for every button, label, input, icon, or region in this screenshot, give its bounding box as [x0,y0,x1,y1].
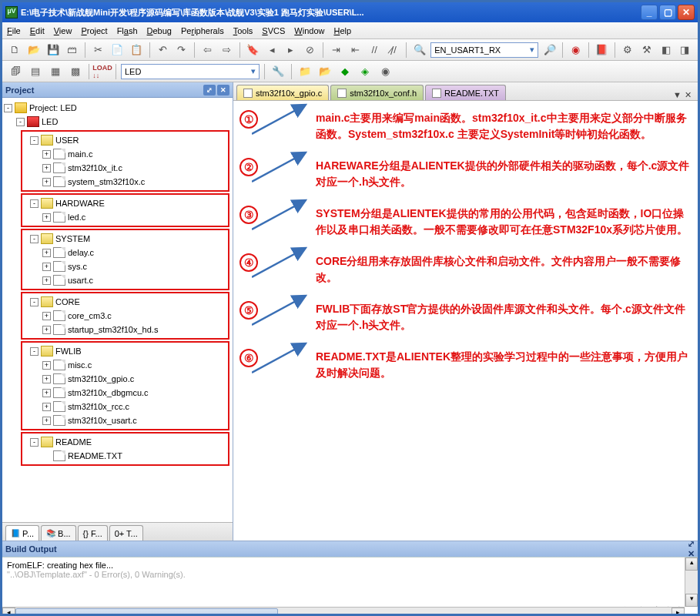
tab-books[interactable]: 📚 B... [41,525,76,541]
paste-button[interactable]: 📋 [129,42,145,59]
tab-gpio[interactable]: stm32f10x_gpio.c [236,85,329,100]
bookmark-prev-button[interactable]: ◂ [264,42,280,59]
tree-group[interactable]: -CORE [22,295,228,309]
manage-button4[interactable]: ◈ [357,63,373,80]
annotation-text: HAREWARE分组是ALIENTEK提供的外部硬件相关的驱动函数，每个.c源文… [316,158,692,190]
config-button2[interactable]: ⚒ [638,42,655,59]
save-button[interactable]: 💾 [45,42,62,59]
panel-close-icon[interactable]: ✕ [217,85,229,95]
tree-file[interactable]: +led.c [22,210,228,224]
hscrollbar[interactable]: ◂▸ [2,607,685,616]
tab-conf[interactable]: stm32f10x_conf.h [330,85,424,100]
tab-menu-icon[interactable]: ▼ [673,90,682,100]
close-button[interactable]: ✕ [678,5,695,20]
tree-file[interactable]: +stm32f10x_gpio.c [22,372,228,386]
annotation-text: CORE分组用来存放固件库核心文件和启动文件。文件内容用户一般不需要修改。 [316,253,692,286]
tree-file[interactable]: +main.c [22,147,228,161]
tree-group[interactable]: -SYSTEM [22,232,228,246]
tree-file[interactable]: +stm32f10x_rcc.c [22,400,228,413]
config-button1[interactable]: ⚙ [619,42,635,59]
tree-group[interactable]: -USER [22,133,228,147]
tab-close-icon[interactable]: ✕ [685,90,692,100]
download-button[interactable]: LOAD↓↓ [94,63,111,80]
tree-file[interactable]: +usart.c [22,273,228,287]
menu-svcs[interactable]: SVCS [262,26,285,35]
manage-button3[interactable]: ◆ [337,63,353,80]
target-combo[interactable]: LED▾ [121,64,260,79]
manage-button5[interactable]: ◉ [377,63,394,80]
open-button[interactable]: 📂 [26,42,42,59]
bookmark-next-button[interactable]: ▸ [283,42,300,59]
uncomment-button[interactable]: /̷/ [386,42,402,59]
tree-file[interactable]: +delay.c [22,246,228,259]
find-go-button[interactable]: 🔎 [541,42,558,59]
menu-edit[interactable]: Edit [30,26,45,35]
tree-root[interactable]: -Project: LED [4,101,231,115]
build-button[interactable]: ▤ [27,63,44,80]
annotation: ⑤ FWLIB下面存放ST官方提供的外设固件库源文件和头文件。每个.c源文件文件… [239,301,692,333]
indent-button[interactable]: ⇥ [328,42,344,59]
menu-help[interactable]: Help [333,26,351,35]
annotation: ④ CORE分组用来存放固件库核心文件和启动文件。文件内容用户一般不需要修改。 [239,253,692,286]
menu-view[interactable]: View [54,26,72,35]
manage-button1[interactable]: 📁 [296,63,313,80]
undo-button[interactable]: ↶ [155,42,171,59]
tree-file[interactable]: +startup_stm32f10x_hd.s [22,323,228,336]
minimize-button[interactable]: _ [641,5,658,20]
tab-readme[interactable]: README.TXT [425,85,506,100]
vscrollbar[interactable]: ▴▾ [685,557,698,607]
build-output-text[interactable]: FromELF: creating hex file... "..\OBJ\Te… [2,557,698,616]
comment-button[interactable]: // [367,42,383,59]
build-output-header: Build Output ⤢ ✕ [2,541,698,557]
rebuild-button[interactable]: ▦ [47,63,64,80]
help-button[interactable]: 📕 [594,42,610,59]
bookmark-clear-button[interactable]: ⊘ [302,42,318,59]
config-button3[interactable]: ◧ [658,42,674,59]
cut-button[interactable]: ✂ [90,42,106,59]
menu-peripherals[interactable]: Peripherals [181,26,224,35]
menu-debug[interactable]: Debug [147,26,172,35]
menu-tools[interactable]: Tools [233,26,253,35]
config-button4[interactable]: ◨ [677,42,693,59]
toolbar-build: 🗐 ▤ ▦ ▩ LOAD↓↓ LED▾ 🔧 📁 📂 ◆ ◈ ◉ [2,61,698,82]
new-button[interactable]: 🗋 [7,42,23,59]
nav-fwd-button[interactable]: ⇨ [219,42,235,59]
tab-functions[interactable]: {} F... [78,525,108,541]
tree-group[interactable]: -FWLIB [22,344,228,358]
outdent-button[interactable]: ⇤ [347,42,363,59]
options-button[interactable]: 🔧 [270,63,286,80]
tree-file[interactable]: +sys.c [22,259,228,273]
find-combo[interactable]: EN_USART1_RX▾ [430,42,538,58]
annotation-text: main.c主要用来编写main函数。stm32f10x_it.c中主要用来定义… [316,110,692,142]
menu-window[interactable]: Window [294,26,324,35]
tree-target[interactable]: -LED [4,115,231,129]
tab-project[interactable]: 📘 P... [5,525,39,541]
panel-maximize-icon[interactable]: ⤢ [203,85,216,95]
menu-flash[interactable]: Flash [117,26,138,35]
copy-button[interactable]: 📄 [109,42,126,59]
tree-file[interactable]: README.TXT [22,449,228,463]
tree-file[interactable]: +stm32f10x_dbgmcu.c [22,386,228,400]
tree-file[interactable]: +stm32f10x_it.c [22,161,228,175]
svg-line-2 [252,200,306,229]
translate-button[interactable]: 🗐 [7,63,24,80]
debug-button[interactable]: ◉ [568,42,584,59]
save-all-button[interactable]: 🗃 [64,42,80,59]
redo-button[interactable]: ↷ [174,42,190,59]
tree-file[interactable]: +system_stm32f10x.c [22,175,228,189]
tree-file[interactable]: +core_cm3.c [22,309,228,323]
project-tree[interactable]: -Project: LED-LED-USER+main.c+stm32f10x_… [2,98,233,522]
menu-project[interactable]: Project [81,26,107,35]
nav-back-button[interactable]: ⇦ [199,42,216,59]
tree-file[interactable]: +misc.c [22,358,228,372]
tree-group[interactable]: -README [22,435,228,449]
tab-templates[interactable]: 0+ T... [109,525,143,541]
maximize-button[interactable]: ▢ [659,5,676,20]
tree-group[interactable]: -HARDWARE [22,196,228,210]
manage-button2[interactable]: 📂 [317,63,333,80]
batch-build-button[interactable]: ▩ [67,63,84,80]
menu-file[interactable]: File [7,26,21,35]
tree-file[interactable]: +stm32f10x_usart.c [22,413,228,427]
bookmark-button[interactable]: 🔖 [245,42,261,59]
find-button[interactable]: 🔍 [411,42,427,59]
